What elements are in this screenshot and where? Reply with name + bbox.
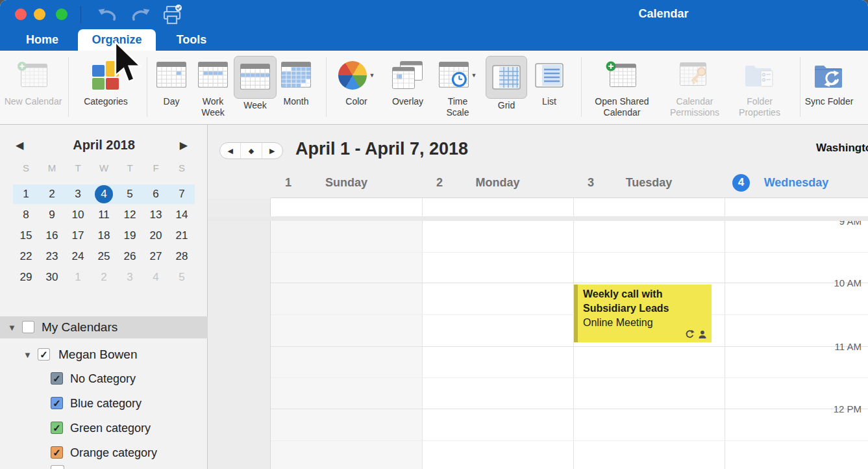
minical-day-next-month[interactable]: 1: [65, 267, 91, 288]
categories-button[interactable]: Categories: [69, 56, 142, 107]
today-button[interactable]: ◆: [241, 143, 262, 158]
close-window-button[interactable]: [15, 8, 27, 20]
minical-day[interactable]: 14: [169, 205, 195, 225]
calendar-account-row[interactable]: ▼ ✓ Megan Bowen: [0, 343, 208, 368]
category-row[interactable]: ✓ Orange category: [0, 440, 208, 465]
minical-day[interactable]: 17: [65, 225, 91, 246]
minical-day[interactable]: 21: [169, 225, 195, 246]
sync-folder-button[interactable]: Sync Folder: [801, 56, 857, 107]
color-button[interactable]: ▼ Color: [335, 56, 378, 107]
minical-day[interactable]: 2: [39, 184, 65, 205]
zoom-window-button[interactable]: [56, 8, 68, 20]
day-header-monday[interactable]: 2 Monday: [422, 173, 573, 192]
month-view-icon: [281, 62, 311, 89]
calendar-permissions-button[interactable]: Calendar Permissions: [660, 56, 730, 118]
category-checkbox[interactable]: ✓: [51, 422, 63, 434]
month-view-button[interactable]: Month: [276, 56, 316, 107]
minical-day[interactable]: 3: [65, 184, 91, 205]
category-checkbox[interactable]: ✓: [51, 397, 63, 409]
previous-week-button[interactable]: ◀: [220, 143, 241, 158]
category-checkbox[interactable]: ✓: [51, 372, 63, 385]
minical-day[interactable]: 16: [39, 225, 65, 246]
work-week-view-button[interactable]: Work Week: [192, 56, 234, 118]
redo-icon[interactable]: [130, 6, 152, 23]
minical-day[interactable]: 12: [117, 205, 143, 225]
category-row[interactable]: ✓ Green category: [0, 416, 208, 440]
my-calendars-group-header[interactable]: ▼ My Calendars: [0, 316, 208, 338]
disclosure-triangle-icon[interactable]: ▼: [8, 323, 16, 333]
minical-day[interactable]: 27: [143, 246, 169, 267]
minical-day[interactable]: 8: [13, 205, 39, 225]
column-divider: [725, 198, 725, 469]
time-label: 10 AM: [810, 277, 862, 288]
ribbon-button-label: Overlay: [392, 96, 423, 107]
minical-day[interactable]: 20: [143, 225, 169, 246]
next-week-button[interactable]: ▶: [262, 143, 282, 158]
weather-location-label: Washington: [816, 142, 868, 155]
tab-tools[interactable]: Tools: [166, 29, 217, 51]
minical-day[interactable]: 13: [143, 205, 169, 225]
ribbon-button-label: Sync Folder: [805, 96, 854, 107]
minical-day-next-month[interactable]: 5: [169, 267, 195, 288]
new-calendar-button[interactable]: New Calendar: [2, 56, 64, 107]
overlay-icon: [392, 61, 423, 90]
minical-day[interactable]: 28: [169, 246, 195, 267]
ribbon-button-label: Calendar Permissions: [660, 96, 730, 118]
tab-home[interactable]: Home: [13, 29, 71, 51]
calendar-event[interactable]: Weekly call with Subsidiary Leads Online…: [574, 285, 712, 342]
minical-next-month-button[interactable]: ▶: [180, 139, 188, 151]
open-shared-calendar-button[interactable]: Open Shared Calendar: [583, 56, 661, 118]
hour-line: [271, 283, 868, 283]
tab-organize[interactable]: Organize: [78, 29, 156, 51]
day-header-tuesday[interactable]: 3 Tuesday: [573, 173, 725, 192]
minical-day[interactable]: 19: [117, 225, 143, 246]
category-row[interactable]: ✓ No Category: [0, 366, 208, 391]
minical-day[interactable]: 23: [39, 246, 65, 267]
minical-day[interactable]: 30: [39, 267, 65, 288]
category-row[interactable]: ✓ Blue category: [0, 391, 208, 416]
minical-day-next-month[interactable]: 3: [117, 267, 143, 288]
minical-day[interactable]: 24: [65, 246, 91, 267]
minical-day[interactable]: 6: [143, 184, 169, 205]
print-icon[interactable]: [161, 4, 183, 26]
chevron-down-icon[interactable]: ▼: [471, 72, 477, 79]
minical-day[interactable]: 22: [13, 246, 39, 267]
chevron-down-icon[interactable]: ▼: [369, 72, 375, 79]
minical-day[interactable]: 18: [91, 225, 117, 246]
hour-line: [271, 409, 868, 409]
minical-day[interactable]: 15: [13, 225, 39, 246]
minical-day[interactable]: 29: [13, 267, 39, 288]
account-checkbox[interactable]: ✓: [38, 348, 50, 361]
minical-day-next-month[interactable]: 4: [143, 267, 169, 288]
hour-line: [271, 346, 868, 347]
my-calendars-checkbox[interactable]: [22, 321, 34, 333]
minical-day-next-month[interactable]: 2: [91, 267, 117, 288]
day-view-button[interactable]: Day: [153, 56, 190, 107]
minical-day[interactable]: 1: [13, 184, 39, 205]
ribbon-button-label: New Calendar: [5, 96, 62, 107]
folder-properties-button[interactable]: Folder Properties: [728, 56, 791, 118]
minical-day[interactable]: 26: [117, 246, 143, 267]
ribbon-button-label: Grid: [498, 100, 515, 111]
minimize-window-button[interactable]: [34, 8, 45, 20]
minical-day[interactable]: 10: [65, 205, 91, 225]
list-view-button[interactable]: List: [530, 56, 568, 107]
ribbon-button-label: Day: [164, 96, 180, 107]
disclosure-triangle-icon[interactable]: ▼: [23, 350, 32, 360]
minical-day[interactable]: 25: [91, 246, 117, 267]
all-day-row[interactable]: [271, 198, 868, 216]
overlay-button[interactable]: Overlay: [383, 56, 432, 107]
minical-day[interactable]: 11: [91, 205, 117, 225]
minical-day[interactable]: 5: [117, 184, 143, 205]
grid-view-button[interactable]: Grid: [486, 56, 527, 111]
undo-icon[interactable]: [96, 6, 118, 23]
category-checkbox[interactable]: ✓: [51, 446, 63, 459]
minical-day[interactable]: 7: [169, 184, 195, 205]
ribbon-button-label: Week: [243, 100, 267, 111]
day-header-sunday[interactable]: 1 Sunday: [271, 173, 422, 192]
week-view-button[interactable]: Week: [235, 56, 275, 111]
minical-day-selected[interactable]: 4: [91, 184, 117, 205]
minical-day[interactable]: 9: [39, 205, 65, 225]
time-scale-button[interactable]: ▼ Time Scale: [437, 56, 478, 118]
day-header-wednesday[interactable]: 4 Wednesday: [725, 173, 868, 192]
